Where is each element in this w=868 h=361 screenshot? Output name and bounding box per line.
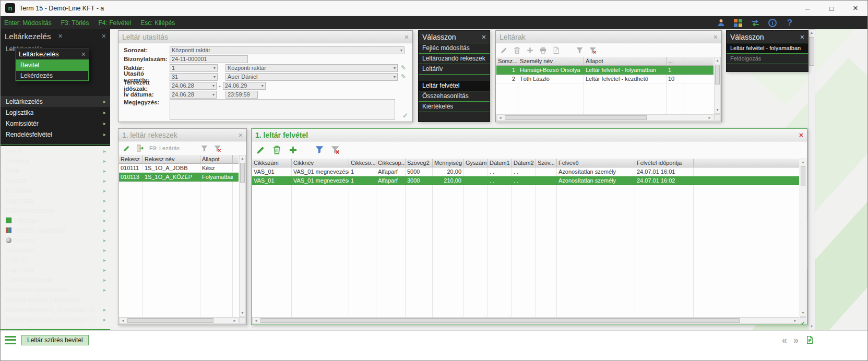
column-header[interactable]: Mennyiség bbox=[433, 159, 464, 167]
scroll-left-icon[interactable] bbox=[497, 115, 504, 121]
iv-ido-input[interactable]: 23:59:59 bbox=[225, 91, 258, 99]
sidebar-menu-item[interactable]: Rendelésfelvétel bbox=[1, 129, 110, 140]
idoszak-from-select[interactable]: 24.06.28 bbox=[170, 82, 217, 90]
sidebar-menu-item[interactable]: Témaelszámolás bbox=[1, 275, 110, 285]
workspace-scrollbar[interactable] bbox=[808, 29, 815, 330]
scroll-right-icon[interactable] bbox=[792, 318, 799, 323]
close-icon[interactable] bbox=[81, 51, 86, 58]
modules-grid-icon[interactable] bbox=[734, 19, 742, 27]
panel-header[interactable]: Leltár utasítás bbox=[118, 31, 412, 43]
filter-icon[interactable] bbox=[315, 145, 324, 154]
sidebar-menu-item[interactable]: Bank bbox=[1, 166, 110, 176]
column-header[interactable]: Dátum1 bbox=[488, 159, 512, 167]
column-header[interactable]: Felvevő bbox=[557, 159, 635, 167]
scrollbar-thumb[interactable] bbox=[809, 37, 814, 66]
column-header[interactable]: ... bbox=[667, 57, 684, 66]
column-header[interactable]: Szöv... bbox=[536, 159, 557, 167]
scrollbar-track[interactable] bbox=[259, 318, 792, 323]
raktar-code-select[interactable]: 1 bbox=[170, 64, 218, 72]
scroll-down-icon[interactable] bbox=[715, 107, 720, 113]
sidebar-menu-item[interactable]: Szállítók bbox=[1, 156, 110, 166]
nav-previous-icon[interactable] bbox=[782, 335, 787, 345]
add-icon[interactable] bbox=[288, 145, 298, 155]
info-icon[interactable] bbox=[768, 19, 777, 27]
panel-header[interactable]: Leltárak bbox=[496, 31, 721, 43]
column-header[interactable]: Rekesz név bbox=[143, 155, 200, 164]
table-row[interactable]: VAS_01VAS_01 megnevezése1Alfaparf3000210… bbox=[252, 176, 799, 185]
column-header[interactable]: Szöveg2 bbox=[406, 159, 433, 167]
action-menu-item[interactable]: Fejléc módosítás bbox=[419, 43, 490, 54]
column-header[interactable]: Cikkcso... bbox=[349, 159, 376, 167]
sidebar-menu-item[interactable]: Bővített készlet lekérdezés bbox=[1, 295, 110, 305]
sidebar-menu-item[interactable]: Kiskereskedelem, számlázás 30 bbox=[1, 324, 110, 330]
idoszak-to-select[interactable]: 24.06.29 bbox=[223, 82, 266, 90]
filter-off-icon[interactable] bbox=[330, 145, 340, 154]
column-header[interactable]: Személy név bbox=[518, 57, 584, 66]
scroll-down-icon[interactable] bbox=[240, 310, 245, 316]
sidebar-menu-item[interactable]: Logisztika bbox=[1, 107, 110, 118]
szemely-code-select[interactable]: 31 bbox=[170, 73, 218, 81]
confirm-check-icon[interactable] bbox=[402, 111, 408, 120]
horizontal-scrollbar[interactable] bbox=[119, 317, 239, 324]
sidebar-menu-item[interactable]: Logisztika bbox=[1, 265, 110, 275]
sidebar-menu-item[interactable]: Szerviz bbox=[1, 235, 110, 245]
transfer-arrows-icon[interactable] bbox=[751, 18, 760, 28]
sidebar-menu-item[interactable]: Leltárkezelés bbox=[1, 96, 110, 107]
action-menu-item[interactable]: Feldolgozás bbox=[727, 54, 808, 64]
submenu-item[interactable]: Lekérdezés bbox=[16, 70, 89, 81]
vertical-scrollbar[interactable] bbox=[239, 155, 246, 317]
close-icon[interactable] bbox=[102, 32, 106, 40]
delete-icon[interactable] bbox=[272, 145, 282, 155]
delete-icon[interactable] bbox=[513, 46, 521, 54]
print-icon[interactable] bbox=[539, 46, 547, 54]
table-row[interactable]: 1Hansági-Bozsó OrsolyaLeltár felvétel - … bbox=[496, 66, 714, 75]
hamburger-menu-icon[interactable] bbox=[5, 336, 16, 344]
panel-header[interactable]: Válasszon bbox=[419, 31, 490, 43]
scrollbar-track[interactable] bbox=[808, 36, 815, 323]
action-menu-item[interactable]: Összehasonlítás bbox=[419, 91, 490, 102]
raktar-name-select[interactable]: Központi raktár bbox=[225, 64, 398, 72]
sidebar-menu-item[interactable]: Főkönyv bbox=[1, 215, 110, 225]
column-header[interactable]: Gyszám bbox=[464, 159, 488, 167]
sidebar-menu-item[interactable]: Rendelés-nyilvántartás bbox=[1, 285, 110, 295]
scrollbar-track[interactable] bbox=[240, 162, 245, 310]
sidebar-menu-item[interactable]: Kiskereskedelem, számlázás 20 bbox=[1, 305, 110, 315]
scrollbar-thumb[interactable] bbox=[240, 163, 245, 183]
sidebar-menu-item[interactable]: Logisztika bbox=[1, 196, 110, 206]
horizontal-scrollbar[interactable] bbox=[252, 317, 799, 324]
scroll-up-icon[interactable] bbox=[240, 155, 245, 162]
sidebar-menu-item[interactable]: Vezetői információ bbox=[1, 225, 110, 235]
sidebar-menu-item[interactable]: Vevők bbox=[1, 146, 110, 156]
scroll-down-icon[interactable] bbox=[808, 323, 815, 330]
edit-icon[interactable] bbox=[401, 74, 406, 80]
table-row[interactable]: 0101131S_1O_A_KÖZÉPFolyamatban bbox=[119, 173, 239, 182]
scrollbar-thumb[interactable] bbox=[801, 166, 805, 186]
vertical-scrollbar[interactable] bbox=[800, 159, 806, 317]
document-icon[interactable] bbox=[805, 335, 814, 345]
confirm-check-icon[interactable] bbox=[800, 317, 806, 324]
close-bin-icon[interactable] bbox=[136, 144, 144, 152]
scroll-right-icon[interactable] bbox=[231, 318, 238, 323]
sidebar-menu-item[interactable]: Kiskereskedelem, számlázás 20 bbox=[1, 315, 110, 324]
panel-header[interactable]: 1. leltár felvétel bbox=[252, 129, 807, 141]
scrollbar-track[interactable] bbox=[800, 165, 806, 310]
edit-icon[interactable] bbox=[500, 46, 508, 54]
action-menu-item[interactable]: Leltár felvétel bbox=[419, 81, 490, 91]
nav-next-icon[interactable] bbox=[793, 335, 799, 345]
edit-icon[interactable] bbox=[401, 65, 406, 71]
sidebar-menu-item[interactable]: Komissiótér bbox=[1, 118, 110, 129]
edit-icon[interactable] bbox=[256, 145, 266, 155]
close-icon[interactable] bbox=[800, 33, 804, 41]
filter-icon[interactable] bbox=[576, 46, 584, 54]
filter-off-icon[interactable] bbox=[213, 145, 221, 152]
close-icon[interactable] bbox=[714, 33, 718, 41]
scrollbar-thumb[interactable] bbox=[505, 115, 647, 120]
sidebar-menu-item[interactable]: Külkereskedelem bbox=[1, 206, 110, 215]
column-header[interactable]: Cikkszám bbox=[252, 159, 292, 167]
scrollbar-track[interactable] bbox=[126, 318, 231, 323]
scroll-up-icon[interactable] bbox=[800, 159, 806, 165]
column-header[interactable]: Állapot bbox=[200, 155, 233, 164]
column-header[interactable]: Felvétel időpontja bbox=[635, 159, 694, 167]
vertical-scrollbar[interactable] bbox=[714, 57, 721, 114]
scrollbar-thumb[interactable] bbox=[260, 318, 740, 323]
